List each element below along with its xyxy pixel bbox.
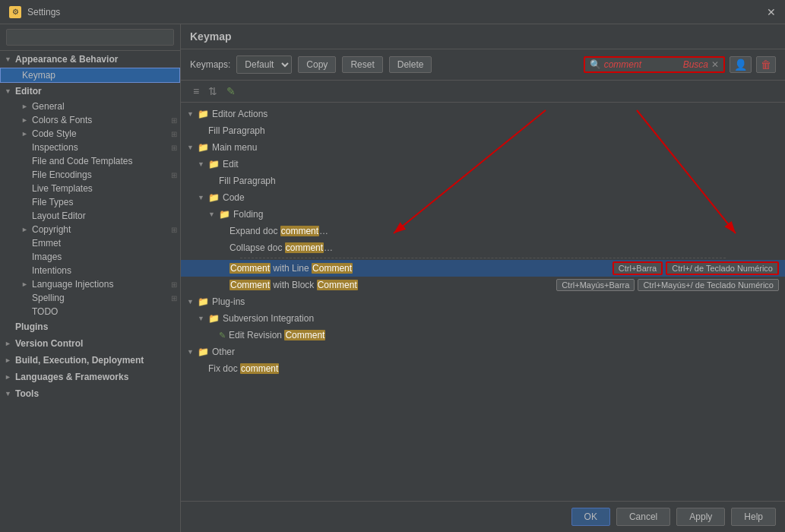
- sidebar-item-label: Build, Execution, Deployment: [15, 355, 144, 366]
- label-edit-revision: Edit Revision Comment: [229, 330, 779, 340]
- highlight-comment-expand: comment: [280, 226, 319, 236]
- label-editor-actions: Editor Actions: [212, 109, 779, 119]
- indicator-colors: ⊞: [171, 116, 177, 125]
- tree-item-fill-para[interactable]: Fill Paragraph: [181, 122, 785, 139]
- label-fix-doc: Fix doc comment: [208, 363, 779, 374]
- content-area: ▼ Appearance & Behavior Keymap ▼ Editor …: [0, 24, 785, 532]
- tree-item-comment-block[interactable]: Comment with Block Comment Ctrl+Mayús+Ba…: [181, 277, 785, 293]
- delete-button[interactable]: Delete: [389, 56, 432, 73]
- tree-item-fix-doc[interactable]: Fix doc comment: [181, 360, 785, 377]
- sidebar-item-label: Spelling: [32, 293, 65, 303]
- folder-icon-subversion: 📁: [208, 313, 220, 324]
- label-plugins: Plug-ins: [212, 296, 779, 307]
- close-button[interactable]: ✕: [767, 6, 776, 18]
- sidebar-item-layout-editor[interactable]: Layout Editor: [0, 209, 180, 223]
- sidebar-item-lang-injections[interactable]: ► Language Injections ⊞: [0, 277, 180, 291]
- sidebar-item-label: Language Injections: [32, 279, 113, 290]
- dotted-separator: [240, 258, 726, 258]
- search-input[interactable]: [604, 59, 680, 70]
- arrow-appearance: ▼: [5, 55, 15, 63]
- action-toolbar: ≡ ⇅ ✎: [181, 81, 785, 103]
- tree-item-edit[interactable]: ▼ 📁 Edit: [181, 156, 785, 173]
- sidebar-item-inspections[interactable]: Inspections ⊞: [0, 141, 180, 154]
- sidebar-item-build[interactable]: ► Build, Execution, Deployment: [0, 352, 180, 369]
- arrow-build: ►: [5, 356, 15, 364]
- folder-icon-ea: 📁: [198, 109, 209, 119]
- help-button[interactable]: Help: [731, 508, 776, 526]
- shortcut-badge-ctrl-mayus-numpad: Ctrl+Mayús+/ de Teclado Numérico: [638, 279, 779, 291]
- tree-item-comment-line[interactable]: Comment with Line Comment Ctrl+Barra Ctr…: [181, 260, 785, 277]
- sidebar-search-input[interactable]: [6, 29, 174, 46]
- indicator-copyright: ⊞: [171, 226, 177, 234]
- sidebar-item-intentions[interactable]: Intentions: [0, 264, 180, 277]
- keymap-tree: ▼ 📁 Editor Actions Fill Paragraph ▼: [181, 103, 785, 501]
- align-center-button[interactable]: ⇅: [205, 84, 220, 99]
- arrow-code-style: ►: [21, 130, 32, 138]
- label-folding: Folding: [233, 209, 779, 220]
- sidebar-item-file-types[interactable]: File Types: [0, 195, 180, 209]
- search-container: 🔍 Busca ✕ 👤 🗑: [584, 56, 776, 73]
- bottom-bar: OK Cancel Apply Help: [181, 501, 785, 532]
- sidebar-item-editor[interactable]: ▼ Editor: [0, 83, 180, 100]
- tree-item-fill-para2[interactable]: Fill Paragraph: [181, 173, 785, 189]
- sidebar-item-keymap[interactable]: Keymap: [0, 68, 180, 83]
- sidebar-item-todo[interactable]: TODO: [0, 305, 180, 318]
- tree-item-editor-actions[interactable]: ▼ 📁 Editor Actions: [181, 106, 785, 122]
- sidebar-item-label: Editor: [15, 86, 42, 97]
- sidebar-item-colors-fonts[interactable]: ► Colors & Fonts ⊞: [0, 113, 180, 127]
- sidebar-item-tools[interactable]: ▼ Tools: [0, 385, 180, 402]
- sidebar-item-emmet[interactable]: Emmet: [0, 236, 180, 250]
- sidebar-search[interactable]: [0, 24, 180, 51]
- settings-icon: ⚙: [9, 6, 21, 18]
- sidebar-item-appearance[interactable]: ▼ Appearance & Behavior: [0, 51, 180, 68]
- keymap-select[interactable]: Default: [236, 55, 292, 74]
- sidebar-item-file-encodings[interactable]: File Encodings ⊞: [0, 168, 180, 182]
- search-placeholder-text: Busca: [683, 59, 708, 70]
- tree-item-edit-revision[interactable]: ✎ Edit Revision Comment: [181, 327, 785, 344]
- label-collapse-doc: Collapse doc comment…: [229, 242, 779, 253]
- tree-item-plugins[interactable]: ▼ 📁 Plug-ins: [181, 293, 785, 310]
- sidebar-item-label: Code Style: [32, 128, 77, 139]
- folder-icon-code: 📁: [208, 192, 220, 203]
- sidebar-item-general[interactable]: ► General: [0, 100, 180, 113]
- title-bar-left: ⚙ Settings: [9, 6, 60, 18]
- sidebar-item-label: General: [32, 101, 65, 112]
- folder-icon-mm: 📁: [198, 142, 209, 153]
- reset-button[interactable]: Reset: [342, 56, 382, 73]
- sidebar-item-spelling[interactable]: Spelling ⊞: [0, 291, 180, 305]
- sidebar-item-languages[interactable]: ► Languages & Frameworks: [0, 369, 180, 385]
- tree-item-code[interactable]: ▼ 📁 Code: [181, 189, 785, 206]
- apply-button[interactable]: Apply: [676, 508, 725, 526]
- sidebar-item-label: Appearance & Behavior: [15, 54, 118, 65]
- sidebar-item-label: Colors & Fonts: [32, 115, 92, 125]
- search-clear-button[interactable]: ✕: [711, 59, 719, 70]
- sidebar-item-images[interactable]: Images: [0, 250, 180, 264]
- copy-button[interactable]: Copy: [298, 56, 336, 73]
- indicator-inspections: ⊞: [171, 144, 177, 152]
- tree-item-main-menu[interactable]: ▼ 📁 Main menu: [181, 139, 785, 156]
- cancel-button[interactable]: Cancel: [616, 508, 670, 526]
- label-comment-line: Comment with Line Comment: [229, 263, 612, 274]
- tree-item-subversion[interactable]: ▼ 📁 Subversion Integration: [181, 310, 785, 327]
- search-icon: 🔍: [590, 59, 601, 70]
- tree-item-other[interactable]: ▼ 📁 Other: [181, 344, 785, 360]
- sidebar-item-plugins[interactable]: Plugins: [0, 318, 180, 335]
- tree-item-folding[interactable]: ▼ 📁 Folding: [181, 206, 785, 223]
- tree-item-collapse-doc[interactable]: Collapse doc comment…: [181, 239, 785, 256]
- search-trash-button[interactable]: 🗑: [756, 56, 776, 73]
- sidebar-item-live-templates[interactable]: Live Templates: [0, 182, 180, 195]
- sidebar-item-label: Plugins: [15, 321, 48, 332]
- indicator-code-style: ⊞: [171, 130, 177, 138]
- sidebar: ▼ Appearance & Behavior Keymap ▼ Editor …: [0, 24, 181, 532]
- sidebar-item-code-style[interactable]: ► Code Style ⊞: [0, 127, 180, 141]
- sidebar-item-copyright[interactable]: ► Copyright ⊞: [0, 223, 180, 236]
- align-left-button[interactable]: ≡: [190, 84, 202, 99]
- add-shortcut-button[interactable]: ✎: [223, 84, 239, 99]
- search-person-button[interactable]: 👤: [730, 56, 752, 73]
- sidebar-item-version-control[interactable]: ► Version Control: [0, 335, 180, 352]
- label-main-menu: Main menu: [212, 142, 779, 153]
- ok-button[interactable]: OK: [571, 508, 610, 526]
- sidebar-item-label: Inspections: [32, 142, 78, 153]
- tree-item-expand-doc[interactable]: Expand doc comment…: [181, 223, 785, 239]
- sidebar-item-file-code-templates[interactable]: File and Code Templates: [0, 154, 180, 168]
